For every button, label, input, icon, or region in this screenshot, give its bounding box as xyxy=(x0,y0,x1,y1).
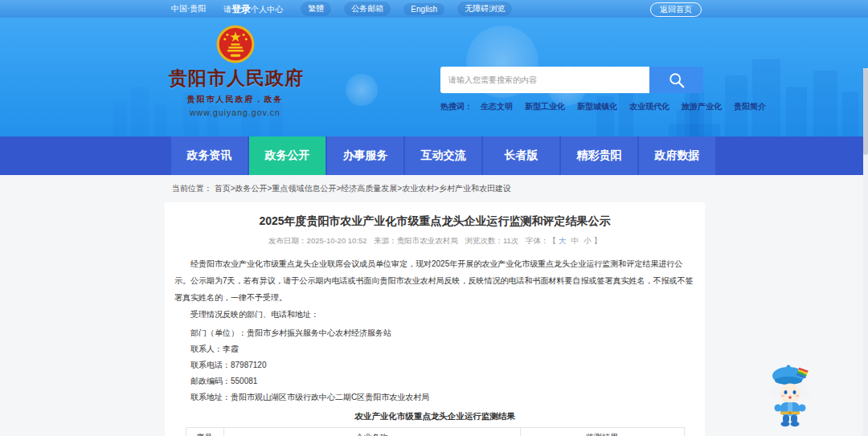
skyline-building xyxy=(813,71,837,137)
hot-search-row: 热搜词： 生态文明 新型工业化 新型城镇化 农业现代化 旅游产业化 贵阳简介 xyxy=(440,101,703,112)
skyline-building xyxy=(131,87,149,137)
font-size-label-end: 】 xyxy=(593,236,601,245)
nav-item-gov-affairs-open[interactable]: 政务公开 xyxy=(249,137,326,175)
national-emblem-icon xyxy=(215,24,256,64)
guiyang-mascot-assistant[interactable] xyxy=(764,361,817,431)
contact-postcode: 邮政编码：550081 xyxy=(174,373,695,389)
hot-word-eco[interactable]: 生态文明 xyxy=(481,101,513,112)
article-meta: 发布日期：2025-10-20 10:52 来源：贵阳市农业农村局 浏览次数：1… xyxy=(174,236,695,247)
skyline-building xyxy=(842,92,858,137)
font-size-label: 字体：【 xyxy=(526,236,556,245)
breadcrumb-path[interactable]: 首页>政务公开>重点领域信息公开>经济高质量发展>农业农村>乡村产业和农田建设 xyxy=(215,184,511,193)
login-bold-text: 登录 xyxy=(231,3,251,14)
hot-word-tourism[interactable]: 旅游产业化 xyxy=(682,101,722,112)
font-size-large-button[interactable]: 大 xyxy=(559,236,567,245)
bokeh-light xyxy=(346,74,378,106)
header-result: 监测结果 xyxy=(520,428,684,436)
search-input[interactable] xyxy=(440,67,649,93)
header-company-name: 企业名称 xyxy=(223,428,520,436)
breadcrumb: 当前位置： 首页>政务公开>重点领域信息公开>经济高质量发展>农业农村>乡村产业… xyxy=(0,175,868,202)
article-card: 2025年度贵阳市农业产业化市级重点龙头企业运行监测和评定结果公示 发布日期：2… xyxy=(165,202,705,436)
search-button[interactable] xyxy=(649,67,703,93)
link-official-mail[interactable]: 公务邮箱 xyxy=(344,2,391,16)
contact-info-block: 部门（单位）：贵阳市乡村振兴服务中心农村经济服务站 联系人：李霞 联系电话：87… xyxy=(174,325,695,405)
top-utility-bar: 中国·贵阳 请登录个人中心 繁體 公务邮箱 English 无障碍浏览 返回首页 xyxy=(0,0,868,18)
nav-item-gov-data[interactable]: 政府数据 xyxy=(639,137,715,175)
skyline-building xyxy=(752,59,780,137)
article-source: 来源：贵阳市农业农村局 xyxy=(374,236,458,245)
hot-word-guiyang-intro[interactable]: 贵阳简介 xyxy=(734,101,766,112)
site-header-banner: 贵阳市人民政府 贵阳市人民政府．政务 www.guiyang.gov.cn 热搜… xyxy=(0,18,868,137)
contact-person: 联系人：李霞 xyxy=(174,341,695,357)
paragraph-feedback-intro: 受理情况反映的部门、电话和地址： xyxy=(174,306,695,323)
breadcrumb-label: 当前位置： xyxy=(172,184,212,193)
magnifier-icon xyxy=(668,71,686,89)
site-logo-block[interactable]: 贵阳市人民政府 贵阳市人民政府．政务 www.guiyang.gov.cn xyxy=(169,24,301,117)
skyline-building xyxy=(154,104,167,137)
hot-search-label: 热搜词： xyxy=(440,101,473,112)
link-accessibility[interactable]: 无障碍浏览 xyxy=(457,2,512,16)
nav-item-wonderful-guiyang[interactable]: 精彩贵阳 xyxy=(561,137,637,175)
article-body: 经贵阳市农业产业化市级重点龙头企业联席会议成员单位审定，现对2025年开展的农业… xyxy=(174,255,695,323)
paragraph-announcement: 经贵阳市农业产业化市级重点龙头企业联席会议成员单位审定，现对2025年开展的农业… xyxy=(174,255,695,306)
view-count: 浏览次数：11次 xyxy=(465,236,518,245)
contact-address: 联系地址：贵阳市观山湖区市级行政中心二期C区贵阳市农业农村局 xyxy=(174,389,695,405)
login-link[interactable]: 请登录个人中心 xyxy=(223,2,283,16)
search-area: 热搜词： 生态文明 新型工业化 新型城镇化 农业现代化 旅游产业化 贵阳简介 xyxy=(440,67,703,112)
nav-item-interaction[interactable]: 互动交流 xyxy=(405,137,481,175)
link-traditional-chinese[interactable]: 繁體 xyxy=(301,2,331,16)
nav-item-services[interactable]: 办事服务 xyxy=(327,137,403,175)
back-to-home-button[interactable]: 返回首页 xyxy=(650,2,702,17)
publish-date: 发布日期：2025-10-20 10:52 xyxy=(268,236,367,245)
site-subtitle: 贵阳市人民政府．政务 xyxy=(169,94,301,105)
hot-word-agriculture[interactable]: 农业现代化 xyxy=(629,101,669,112)
site-url: www.guiyang.gov.cn xyxy=(169,108,301,117)
skyline-building xyxy=(113,100,127,137)
article-title: 2025年度贵阳市农业产业化市级重点龙头企业运行监测和评定结果公示 xyxy=(174,202,695,229)
scrollbar-track[interactable] xyxy=(863,68,868,436)
nav-item-news[interactable]: 政务资讯 xyxy=(171,137,248,175)
nav-item-senior-version[interactable]: 长者版 xyxy=(483,137,559,175)
header-seq: 序号 xyxy=(186,428,223,436)
site-name: 贵阳市人民政府 xyxy=(169,66,301,91)
scrollbar-thumb[interactable] xyxy=(863,68,868,155)
monitoring-results-table: 序号 企业名称 监测结果 1 贵州合力超市采购有限公司 合格 2 贵州友禾种业有… xyxy=(186,427,685,436)
table-header-row: 序号 企业名称 监测结果 xyxy=(186,428,684,436)
font-size-medium-button[interactable]: 中 xyxy=(571,236,579,245)
contact-department: 部门（单位）：贵阳市乡村振兴服务中心农村经济服务站 xyxy=(174,325,695,341)
table-caption: 农业产业化市级重点龙头企业运行监测结果 xyxy=(174,411,695,422)
mascot-icon xyxy=(764,361,817,428)
contact-phone: 联系电话：87987120 xyxy=(174,357,695,373)
skyline-building xyxy=(786,87,807,137)
hot-word-urbanization[interactable]: 新型城镇化 xyxy=(577,101,617,112)
main-navigation: 政务资讯 政务公开 办事服务 互动交流 长者版 精彩贵阳 政府数据 xyxy=(0,137,868,175)
link-china-guiyang[interactable]: 中国·贵阳 xyxy=(171,3,206,14)
link-english[interactable]: English xyxy=(403,3,444,15)
font-size-small-button[interactable]: 小 xyxy=(583,236,592,245)
hot-word-industry[interactable]: 新型工业化 xyxy=(525,101,565,112)
